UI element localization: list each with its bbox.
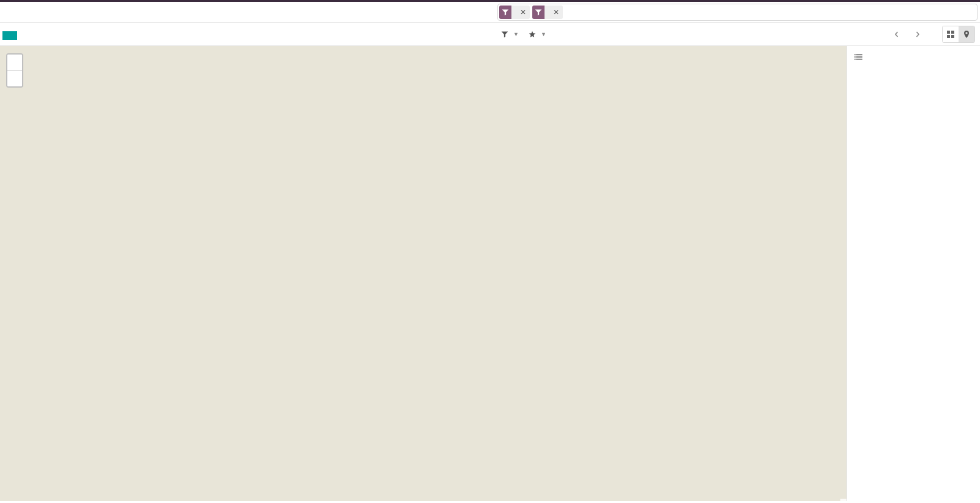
facet-remove-button[interactable]: ✕ (519, 8, 530, 17)
filter-icon (532, 6, 545, 19)
svg-rect-7 (856, 56, 862, 58)
map-canvas[interactable] (0, 46, 846, 501)
chevron-right-icon (914, 31, 921, 37)
zoom-control (6, 53, 23, 88)
kanban-view-button[interactable] (943, 26, 959, 42)
svg-rect-1 (951, 31, 954, 34)
chevron-left-icon (894, 31, 900, 37)
map-marker-icon (962, 30, 971, 39)
svg-rect-5 (856, 54, 862, 55)
filter-icon (501, 31, 508, 38)
controls-bar: ▼ ▼ (0, 23, 980, 46)
svg-rect-9 (856, 59, 862, 60)
pager-next-button[interactable] (909, 26, 926, 43)
panel-heading (854, 53, 974, 61)
top-bar: ✕ ✕ (0, 2, 980, 23)
caret-down-icon: ▼ (541, 31, 546, 37)
search-input[interactable] (565, 7, 974, 18)
view-switcher (942, 26, 975, 43)
facet-remove-button[interactable]: ✕ (552, 8, 563, 17)
search-bar[interactable]: ✕ ✕ (497, 4, 978, 21)
pager-prev-button[interactable] (888, 26, 905, 43)
filter-icon (499, 6, 511, 19)
map-view-button[interactable] (959, 26, 974, 42)
zoom-out-button[interactable] (7, 70, 22, 86)
map-area[interactable] (0, 46, 846, 501)
kanban-icon (946, 30, 955, 39)
svg-rect-4 (854, 54, 856, 55)
search-facet-planned-today: ✕ (532, 6, 563, 19)
filters-dropdown[interactable]: ▼ (501, 31, 519, 38)
zoom-in-button[interactable] (7, 55, 22, 70)
map-attribution (840, 499, 846, 501)
list-icon (854, 53, 862, 61)
search-facet-my-tasks: ✕ (499, 6, 530, 19)
svg-rect-6 (854, 56, 856, 58)
svg-rect-8 (854, 59, 856, 60)
svg-rect-2 (947, 35, 950, 38)
star-icon (529, 31, 536, 38)
view-in-google-maps-button[interactable] (2, 31, 17, 40)
main-content (0, 46, 980, 501)
tasks-side-panel (846, 46, 980, 501)
favorites-dropdown[interactable]: ▼ (529, 31, 546, 38)
svg-rect-3 (951, 35, 954, 38)
pager (884, 26, 926, 43)
search-area: ✕ ✕ (497, 2, 980, 23)
svg-rect-0 (947, 31, 950, 34)
caret-down-icon: ▼ (513, 31, 519, 37)
breadcrumb-area (0, 2, 497, 6)
